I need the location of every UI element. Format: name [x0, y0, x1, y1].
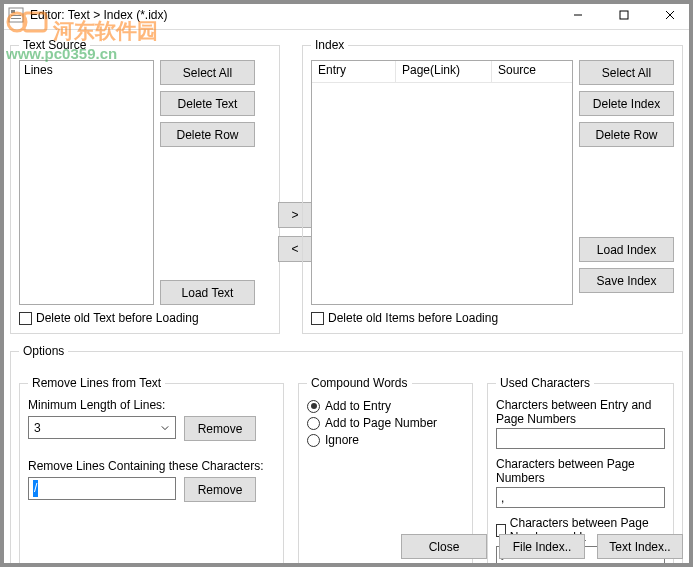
ignore-radio[interactable] — [307, 434, 320, 447]
delete-index-button[interactable]: Delete Index — [579, 91, 674, 116]
delete-row-text-button[interactable]: Delete Row — [160, 122, 255, 147]
remove-chars-value: / — [33, 480, 38, 497]
select-all-text-button[interactable]: Select All — [160, 60, 255, 85]
add-to-page-radio[interactable] — [307, 417, 320, 430]
window-title: Editor: Text > Index (*.idx) — [30, 8, 555, 22]
remove-lines-legend: Remove Lines from Text — [28, 376, 165, 390]
remove-chars-button[interactable]: Remove — [184, 477, 256, 502]
delete-row-index-button[interactable]: Delete Row — [579, 122, 674, 147]
chars-entry-page-input[interactable] — [496, 428, 665, 449]
add-to-page-label: Add to Page Number — [325, 416, 437, 430]
app-icon — [8, 7, 24, 23]
compound-words-legend: Compound Words — [307, 376, 412, 390]
delete-old-items-checkbox[interactable] — [311, 312, 324, 325]
remove-lines-group: Remove Lines from Text Minimum Length of… — [19, 376, 284, 567]
delete-text-button[interactable]: Delete Text — [160, 91, 255, 116]
index-col-page[interactable]: Page(Link) — [396, 61, 492, 82]
load-index-button[interactable]: Load Index — [579, 237, 674, 262]
remove-min-length-button[interactable]: Remove — [184, 416, 256, 441]
index-col-source[interactable]: Source — [492, 61, 572, 82]
svg-rect-2 — [11, 15, 21, 16]
svg-rect-3 — [11, 18, 21, 19]
ignore-label: Ignore — [325, 433, 359, 447]
close-button[interactable] — [647, 0, 693, 30]
add-to-entry-label: Add to Entry — [325, 399, 391, 413]
svg-rect-5 — [620, 11, 628, 19]
save-index-button[interactable]: Save Index — [579, 268, 674, 293]
add-to-entry-radio[interactable] — [307, 400, 320, 413]
min-length-combo[interactable]: 3 — [28, 416, 176, 439]
text-source-list-header: Lines — [24, 63, 53, 77]
chars-between-pages-input[interactable]: , — [496, 487, 665, 508]
delete-old-items-label: Delete old Items before Loading — [328, 311, 498, 325]
select-all-index-button[interactable]: Select All — [579, 60, 674, 85]
min-length-label: Minimum Length of Lines: — [28, 398, 275, 412]
close-dialog-button[interactable]: Close — [401, 534, 487, 559]
maximize-button[interactable] — [601, 0, 647, 30]
delete-old-text-label: Delete old Text before Loading — [36, 311, 199, 325]
remove-chars-input[interactable]: / — [28, 477, 176, 500]
text-source-legend: Text Source — [19, 38, 90, 52]
text-source-list[interactable]: Lines — [19, 60, 154, 305]
index-table[interactable]: Entry Page(Link) Source — [311, 60, 573, 305]
index-legend: Index — [311, 38, 348, 52]
minimize-button[interactable] — [555, 0, 601, 30]
svg-rect-1 — [11, 10, 15, 13]
delete-old-text-checkbox[interactable] — [19, 312, 32, 325]
chevron-down-icon — [156, 418, 173, 437]
load-text-button[interactable]: Load Text — [160, 280, 255, 305]
options-legend: Options — [19, 344, 68, 358]
chars-entry-page-label: Charcters between Entry and Page Numbers — [496, 398, 665, 426]
index-group: Index Entry Page(Link) Source Select All… — [302, 38, 683, 334]
file-index-button[interactable]: File Index.. — [499, 534, 585, 559]
used-characters-legend: Used Characters — [496, 376, 594, 390]
remove-chars-label: Remove Lines Containing these Characters… — [28, 459, 275, 473]
text-source-group: Text Source Lines Select All Delete Text… — [10, 38, 280, 334]
text-index-button[interactable]: Text Index.. — [597, 534, 683, 559]
index-col-entry[interactable]: Entry — [312, 61, 396, 82]
min-length-value: 3 — [34, 421, 41, 435]
chars-between-pages-label: Characters between Page Numbers — [496, 457, 665, 485]
